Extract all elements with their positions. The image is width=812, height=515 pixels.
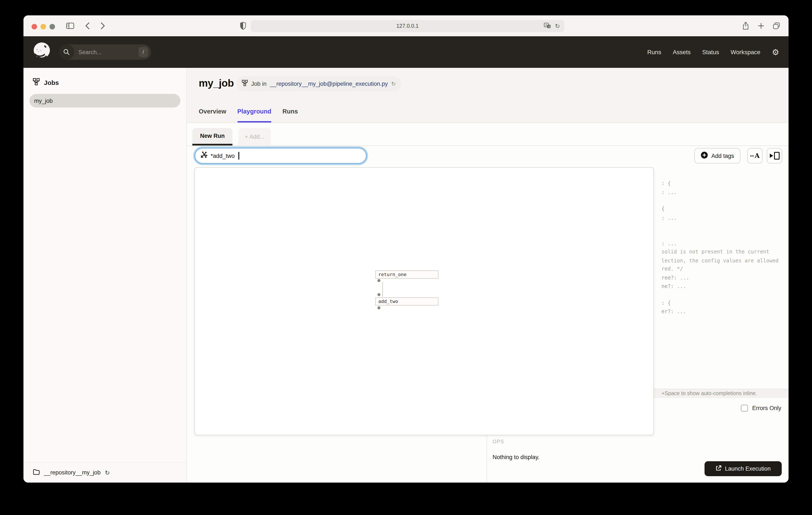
job-location-pill[interactable]: Job in __repository__my_job@pipeline_exe…	[236, 76, 402, 91]
dependency-edge	[382, 282, 383, 297]
share-icon[interactable]	[743, 22, 749, 32]
job-location-prefix: Job in	[251, 80, 266, 87]
minimize-window-button[interactable]	[40, 24, 46, 29]
url-bar[interactable]: 127.0.0.1 A文 ↻	[251, 20, 564, 32]
input-dot[interactable]	[377, 293, 380, 296]
expand-panel-icon	[770, 152, 779, 160]
folder-icon	[33, 469, 40, 476]
tab-overview-icon[interactable]	[773, 22, 780, 31]
nav-assets[interactable]: Assets	[673, 49, 691, 55]
zoom-window-button[interactable]	[50, 24, 55, 29]
add-tags-button[interactable]: Add tags	[694, 148, 741, 163]
op-node-return-one[interactable]: return_one	[375, 271, 438, 279]
ops-panel-divider	[487, 435, 487, 483]
launch-icon	[716, 465, 722, 472]
tab-playground[interactable]: Playground	[237, 100, 271, 123]
config-editor-line: ree?: ...	[662, 275, 689, 281]
errors-only-control[interactable]: Errors Only	[741, 405, 781, 412]
run-tab-add[interactable]: + Add...	[238, 128, 271, 145]
config-editor-line: lection, the config values are allowed	[662, 258, 779, 264]
nav-workspace[interactable]: Workspace	[730, 49, 760, 55]
svg-text:文: 文	[548, 25, 551, 28]
ops-section-label: OPS	[493, 439, 504, 444]
config-editor-line: : ...	[662, 241, 677, 247]
job-graph-icon	[33, 78, 40, 87]
job-tabs: Overview Playground Runs	[187, 100, 788, 123]
new-tab-icon[interactable]	[758, 23, 764, 31]
browser-window: 127.0.0.1 A文 ↻	[24, 16, 788, 483]
job-item-label: my_job	[34, 98, 53, 104]
op-graph-panel[interactable]: return_one add_two	[195, 167, 654, 435]
autocomplete-settings-button[interactable]: ••A	[747, 148, 762, 163]
ops-empty-message: Nothing to display.	[493, 454, 540, 460]
output-dot[interactable]	[377, 279, 380, 282]
page-title: my_job	[199, 77, 234, 89]
op-selector-icon	[200, 152, 207, 160]
config-editor-line: er?: ...	[662, 308, 686, 315]
global-search[interactable]: Search... /	[59, 44, 151, 60]
settings-gear-icon[interactable]: ⚙	[772, 48, 779, 56]
sidebar-toggle-icon[interactable]	[66, 23, 74, 31]
add-tags-label: Add tags	[712, 153, 734, 159]
tab-overview[interactable]: Overview	[199, 100, 226, 123]
job-reload-icon[interactable]: ↻	[391, 80, 396, 87]
screen: 127.0.0.1 A文 ↻	[0, 0, 812, 515]
forward-icon[interactable]	[100, 22, 105, 31]
output-dot[interactable]	[377, 306, 380, 309]
repository-row[interactable]: __repository__my_job ↻	[24, 462, 186, 483]
config-editor-line: : ...	[662, 215, 677, 221]
jobs-sidebar: Jobs my_job __repository__my_job ↻	[24, 68, 187, 483]
autocomplete-hint: +Space to show auto-completions inline.	[662, 390, 757, 397]
main-content: my_job Job in __repository__my_job@pipel…	[187, 68, 788, 483]
nav-status[interactable]: Status	[702, 49, 719, 55]
config-editor-line: red. */	[662, 266, 683, 272]
job-graph-icon	[242, 80, 248, 87]
autocomplete-icon: ••	[750, 153, 754, 158]
app-header: Search... / Runs Assets Status Workspace…	[24, 36, 788, 68]
search-placeholder: Search...	[79, 49, 139, 55]
op-selector-value: *add_two	[211, 153, 235, 159]
back-icon[interactable]	[85, 22, 90, 31]
nav-runs[interactable]: Runs	[647, 49, 661, 55]
search-icon	[59, 44, 74, 60]
translate-icon[interactable]: A文	[544, 22, 551, 30]
job-location-link[interactable]: __repository__my_job@pipeline_execution.…	[270, 80, 388, 87]
dagster-logo[interactable]	[33, 42, 51, 62]
svg-text:A: A	[545, 23, 547, 26]
run-tab-new-run[interactable]: New Run	[192, 128, 232, 145]
top-nav: Runs Assets Status Workspace ⚙	[647, 48, 779, 56]
op-selector-input[interactable]: *add_two	[195, 147, 367, 164]
config-editor-line: : {	[662, 181, 671, 186]
search-shortcut-badge: /	[139, 47, 148, 57]
app-body: Jobs my_job __repository__my_job ↻ my_jo…	[24, 68, 788, 483]
errors-only-label: Errors Only	[752, 405, 781, 411]
config-editor-line: {	[662, 206, 664, 212]
toggle-panel-button[interactable]	[767, 148, 782, 163]
run-config-tabs: New Run + Add...	[187, 123, 788, 146]
sidebar-item-my-job[interactable]: my_job	[29, 94, 180, 108]
reload-icon[interactable]: ↻	[555, 23, 560, 29]
launch-label: Launch Execution	[725, 465, 771, 472]
repository-name: __repository__my_job	[44, 469, 100, 476]
browser-toolbar: 127.0.0.1 A文 ↻	[24, 16, 788, 36]
config-editor-line: : ...	[662, 189, 677, 195]
launch-execution-button[interactable]: Launch Execution	[704, 461, 782, 476]
tab-runs[interactable]: Runs	[283, 100, 298, 123]
config-editor-line: : {	[662, 300, 671, 306]
plus-circle-icon	[701, 152, 708, 160]
url-text: 127.0.0.1	[397, 23, 418, 29]
config-editor-line: solid is not present in the current	[662, 249, 770, 255]
jobs-section-header: Jobs	[33, 78, 186, 87]
repository-reload-icon[interactable]: ↻	[105, 469, 110, 476]
jobs-section-title: Jobs	[44, 79, 59, 86]
op-node-add-two[interactable]: add_two	[375, 297, 438, 305]
errors-only-checkbox[interactable]	[741, 405, 748, 412]
config-editor-line: ne?: ...	[662, 283, 686, 289]
close-window-button[interactable]	[32, 24, 37, 29]
privacy-shield-icon[interactable]	[240, 22, 246, 32]
text-cursor	[239, 152, 239, 160]
